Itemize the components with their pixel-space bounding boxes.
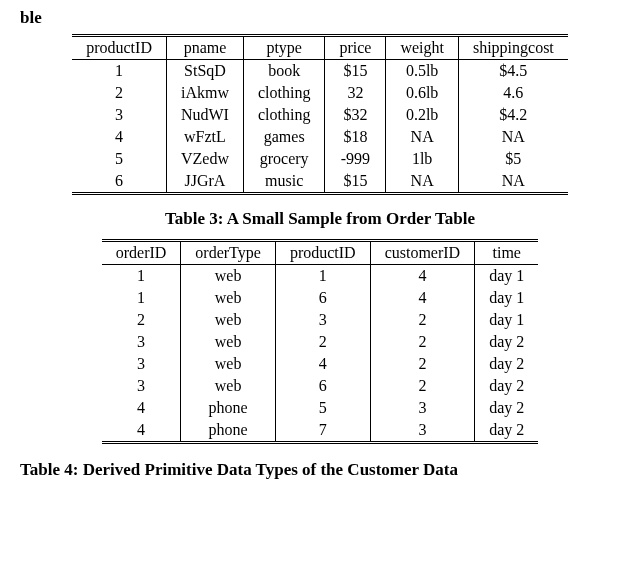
- cell: 1: [72, 60, 166, 83]
- cell: grocery: [243, 148, 324, 170]
- cell: JJGrA: [166, 170, 243, 194]
- cell: clothing: [243, 104, 324, 126]
- cell: day 2: [475, 419, 539, 443]
- cell: VZedw: [166, 148, 243, 170]
- cell: 4: [370, 287, 475, 309]
- cell: 3: [102, 353, 181, 375]
- cell: NudWI: [166, 104, 243, 126]
- cell: 2: [102, 309, 181, 331]
- cell: 4: [102, 397, 181, 419]
- col-customerid: customerID: [370, 241, 475, 265]
- product-table: productID pname ptype price weight shipp…: [72, 34, 568, 195]
- col-price: price: [325, 36, 386, 60]
- table-row: 3web22day 2: [102, 331, 539, 353]
- cell: 5: [72, 148, 166, 170]
- cell: web: [181, 287, 276, 309]
- cell: -999: [325, 148, 386, 170]
- cell: $4.2: [458, 104, 567, 126]
- col-time: time: [475, 241, 539, 265]
- cell: 32: [325, 82, 386, 104]
- cell: 3: [370, 397, 475, 419]
- cell: web: [181, 265, 276, 288]
- cell: 4: [370, 265, 475, 288]
- table-header-row: productID pname ptype price weight shipp…: [72, 36, 568, 60]
- cell: 3: [102, 375, 181, 397]
- cell: 2: [370, 375, 475, 397]
- cell: 1: [102, 265, 181, 288]
- cell: 1: [102, 287, 181, 309]
- cell: 1: [275, 265, 370, 288]
- col-shippingcost: shippingcost: [458, 36, 567, 60]
- cell: 2: [370, 309, 475, 331]
- table-row: 3web62day 2: [102, 375, 539, 397]
- table-row: 2iAkmwclothing320.6lb4.6: [72, 82, 568, 104]
- table-row: 2web32day 1: [102, 309, 539, 331]
- cell: 3: [275, 309, 370, 331]
- cell: 6: [275, 375, 370, 397]
- cell: 4.6: [458, 82, 567, 104]
- table3-caption: Table 3: A Small Sample from Order Table: [20, 209, 620, 229]
- cell: day 2: [475, 331, 539, 353]
- cell: NA: [386, 170, 459, 194]
- cell: $5: [458, 148, 567, 170]
- cell: web: [181, 353, 276, 375]
- cell: NA: [458, 170, 567, 194]
- cell: 4: [102, 419, 181, 443]
- cell: 4: [275, 353, 370, 375]
- cell: $15: [325, 170, 386, 194]
- table-row: 1StSqDbook$150.5lb$4.5: [72, 60, 568, 83]
- col-ordertype: orderType: [181, 241, 276, 265]
- cell: wFztL: [166, 126, 243, 148]
- cell: 1lb: [386, 148, 459, 170]
- table-row: 4phone53day 2: [102, 397, 539, 419]
- cell: day 1: [475, 287, 539, 309]
- cell: 2: [275, 331, 370, 353]
- cell: 0.2lb: [386, 104, 459, 126]
- cell: 6: [72, 170, 166, 194]
- table-row: 5VZedwgrocery-9991lb$5: [72, 148, 568, 170]
- caption-fragment-top: ble: [20, 8, 620, 28]
- cell: $32: [325, 104, 386, 126]
- cell: day 1: [475, 265, 539, 288]
- cell: book: [243, 60, 324, 83]
- table-row: 6JJGrAmusic$15NANA: [72, 170, 568, 194]
- cell: $15: [325, 60, 386, 83]
- cell: NA: [386, 126, 459, 148]
- cell: clothing: [243, 82, 324, 104]
- table-row: 1web14day 1: [102, 265, 539, 288]
- cell: $4.5: [458, 60, 567, 83]
- cell: 0.6lb: [386, 82, 459, 104]
- cell: $18: [325, 126, 386, 148]
- col-orderid: orderID: [102, 241, 181, 265]
- col-productid: productID: [72, 36, 166, 60]
- cell: day 1: [475, 309, 539, 331]
- cell: web: [181, 375, 276, 397]
- cell: 6: [275, 287, 370, 309]
- table-row: 1web64day 1: [102, 287, 539, 309]
- cell: music: [243, 170, 324, 194]
- cell: day 2: [475, 375, 539, 397]
- cell: day 2: [475, 397, 539, 419]
- order-table-body: 1web14day 11web64day 12web32day 13web22d…: [102, 265, 539, 443]
- table-row: 4wFztLgames$18NANA: [72, 126, 568, 148]
- col-weight: weight: [386, 36, 459, 60]
- cell: 0.5lb: [386, 60, 459, 83]
- cell: 3: [370, 419, 475, 443]
- col-productid: productID: [275, 241, 370, 265]
- table-row: 4phone73day 2: [102, 419, 539, 443]
- order-table: orderID orderType productID customerID t…: [102, 239, 539, 444]
- col-ptype: ptype: [243, 36, 324, 60]
- cell: web: [181, 309, 276, 331]
- product-table-body: 1StSqDbook$150.5lb$4.52iAkmwclothing320.…: [72, 60, 568, 194]
- cell: web: [181, 331, 276, 353]
- cell: StSqD: [166, 60, 243, 83]
- cell: 3: [102, 331, 181, 353]
- caption-fragment-bottom: Table 4: Derived Primitive Data Types of…: [20, 460, 620, 480]
- cell: NA: [458, 126, 567, 148]
- cell: phone: [181, 419, 276, 443]
- cell: 7: [275, 419, 370, 443]
- cell: 5: [275, 397, 370, 419]
- cell: 2: [370, 331, 475, 353]
- table-row: 3NudWIclothing$320.2lb$4.2: [72, 104, 568, 126]
- cell: phone: [181, 397, 276, 419]
